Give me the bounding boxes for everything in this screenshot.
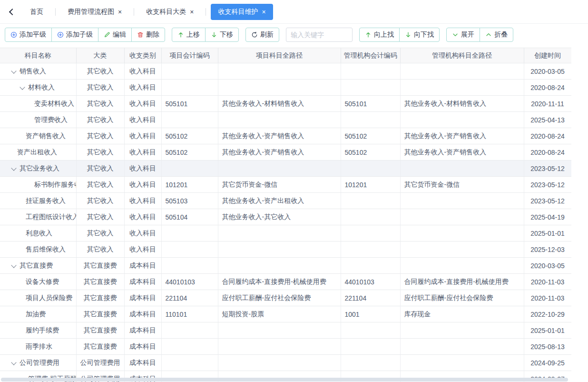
cell-io-type: 收入科目 [124,112,161,128]
search-input[interactable] [286,28,353,42]
column-header-0: 科目名称 [0,48,76,63]
折叠-button[interactable]: 折叠 [480,28,513,42]
cell-project-code [161,322,218,339]
chevron-down-icon [452,31,459,38]
cell-created: 2023-05-12 [524,161,571,177]
添加子级-button[interactable]: 添加子级 [51,28,98,42]
button-label: 删除 [146,30,159,39]
expand-caret-icon[interactable] [11,263,17,269]
table-row[interactable]: 材料收入 其它收入 收入科目 2020-08-24 [0,80,571,96]
horizontal-scrollbar-thumb[interactable] [1,378,568,382]
编辑-button[interactable]: 编辑 [98,28,132,42]
cell-io-type: 收入科目 [124,161,161,177]
cell-created: 2020-08-24 [524,128,571,144]
tab-separator [134,8,134,16]
table-row[interactable]: 加油费 其它直接费 成本科目 110101 短期投资-股票 1001 库存现金 … [0,306,571,322]
chevron-left-icon[interactable] [7,7,17,17]
cell-org-path: 其他业务收入-资产销售收入 [400,144,524,161]
expand-caret-icon[interactable] [20,85,25,90]
table-row[interactable]: 标书制作服务收入 其它收入 收入科目 101201 其它货币资金-微信 1012… [0,177,571,193]
cell-project-path [218,112,341,128]
cell-org-path [400,209,524,225]
cell-org-path: 其它货币资金-微信 [400,177,524,193]
向上找-button[interactable]: 向上找 [359,28,400,42]
tab-label: 收支科目维护 [218,8,258,16]
cell-created: 2025-08-13 [524,339,571,355]
cell-project-path: 应付职工薪酬-应付社会保险费 [218,290,341,306]
table-row[interactable]: 工程图纸设计收入 其它收入 收入科目 505104 其他业务收入-其它收入 20… [0,209,571,225]
table-row[interactable]: 其它业务收入 其它收入 收入科目 2023-05-12 [0,161,571,177]
tab-3[interactable]: 收支科目维护× [211,4,273,20]
button-label: 上移 [186,30,200,39]
subject-name: 售后维保收入 [26,245,66,254]
cell-project-path: 其他业务收入-其它收入 [218,209,341,225]
cell-io-type: 收入科目 [124,96,161,112]
cell-org-path [400,112,524,128]
上移-button[interactable]: 上移 [172,28,206,42]
添加平级-button[interactable]: 添加平级 [5,28,52,42]
cell-org-code [341,339,400,355]
cell-project-code [161,355,218,371]
cell-org-path [400,193,524,209]
cell-io-type: 收入科目 [124,209,161,225]
cell-org-code [341,63,400,80]
table-row[interactable]: 公司管理费用 公司管理费用 成本科目 2024-09-25 [0,355,571,371]
cell-created: 2023-05-12 [524,193,571,209]
table-row[interactable]: 挂证服务收入 其它收入 收入科目 505103 其他业务收入-资产出租收入 20… [0,193,571,209]
table-row[interactable]: 项目人员保险费 其它直接费 成本科目 221104 应付职工薪酬-应付社会保险费… [0,290,571,306]
button-label: 折叠 [494,30,508,39]
cell-category: 其它收入 [76,177,124,193]
table-row[interactable]: 售后维保收入 其它收入 收入科目 2025-12-03 [0,241,571,258]
table-row[interactable]: 其它直接费 其它直接费 成本科目 2020-03-05 [0,258,571,274]
cell-org-path [400,161,524,177]
expand-caret-icon[interactable] [11,166,17,171]
cell-created: 2020-08-24 [524,80,571,96]
subject-name: 资产销售收入 [26,132,66,141]
cell-category: 公司管理费用 [76,355,124,371]
cell-project-path [218,322,341,339]
table-row[interactable]: 资产销售收入 其它收入 收入科目 505102 其他业务收入-资产销售收入 50… [0,128,571,144]
table-row[interactable]: 雨季排水 其它直接费 成本科目 2025-08-13 [0,339,571,355]
cell-category: 其它直接费 [76,290,124,306]
table-row[interactable]: 变卖材料收入 其它收入 收入科目 505101 其他业务收入-材料销售收入 50… [0,96,571,112]
cell-org-code [341,161,400,177]
expand-caret-icon[interactable] [11,69,17,74]
刷新-button[interactable]: 刷新 [245,28,279,42]
table-row[interactable]: 管理费收入 其它收入 收入科目 2025-04-13 [0,112,571,128]
cell-io-type: 收入科目 [124,128,161,144]
table-row[interactable]: 资产出租收入 其它收入 收入科目 505102 其他业务收入-资产销售收入 50… [0,144,571,161]
cell-project-path: 其他业务收入-资产销售收入 [218,128,341,144]
subject-name: 挂证服务收入 [26,197,66,205]
tab-home[interactable]: 首页 [23,4,50,20]
close-icon[interactable]: × [118,9,122,15]
close-icon[interactable]: × [190,9,194,15]
cell-created: 2020-03-05 [524,258,571,274]
cell-io-type: 收入科目 [124,144,161,161]
展开-button[interactable]: 展开 [446,28,480,42]
toolbar: 添加平级添加子级编辑删除上移下移刷新向上找向下找展开折叠 [0,24,588,46]
tab-2[interactable]: 收支科目大类× [139,4,201,20]
下移-button[interactable]: 下移 [205,28,239,42]
button-label: 向下找 [414,30,434,39]
tab-1[interactable]: 费用管理流程图× [60,4,129,20]
cell-project-code: 44010103 [161,274,218,290]
subject-name: 管理费收入 [34,116,68,124]
cell-category: 其它收入 [76,112,124,128]
cell-project-path [218,258,341,274]
table-row[interactable]: 设备大修费 其它直接费 成本科目 44010103 合同履约成本-直接费用-机械… [0,274,571,290]
table-row[interactable]: 履约手续费 其它直接费 成本科目 2025-01-01 [0,322,571,339]
button-label: 展开 [461,30,474,39]
table-row[interactable]: 利息收入 其它收入 收入科目 2025-01-01 [0,225,571,241]
cell-org-code: 505102 [341,144,400,161]
toolbar-button-group: 向上找向下找 [359,28,440,42]
close-icon[interactable]: × [262,9,265,15]
subject-name: 项目人员保险费 [26,294,72,302]
向下找-button[interactable]: 向下找 [399,28,440,42]
cell-category: 其它直接费 [76,339,124,355]
cell-project-code [161,225,218,241]
expand-caret-icon[interactable] [11,360,17,366]
cell-project-path [218,63,341,80]
table-row[interactable]: 销售收入 其它收入 收入科目 2020-03-05 [0,63,571,80]
cell-org-path [400,258,524,274]
删除-button[interactable]: 删除 [131,28,165,42]
